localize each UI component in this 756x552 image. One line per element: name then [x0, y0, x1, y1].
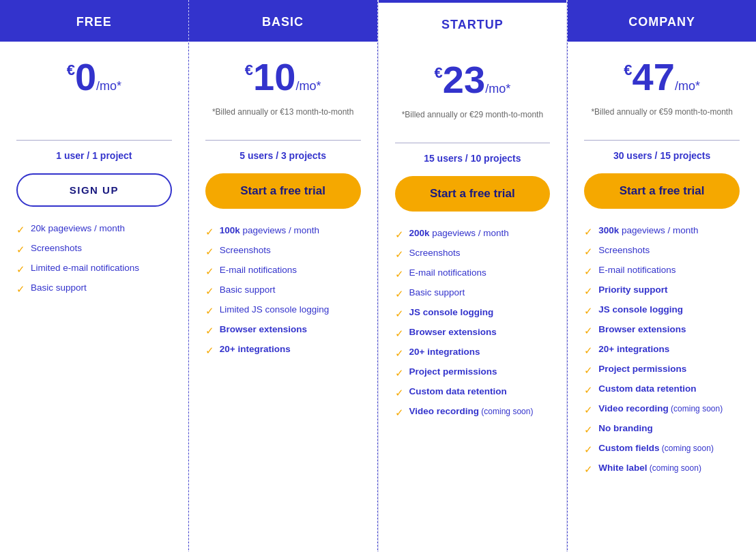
feature-item: ✓Browser extensions — [395, 327, 551, 340]
plan-company: COMPANY €47/mo* *Billed annually or €59 … — [567, 0, 756, 552]
plan-startup: STARTUP €23/mo* *Billed annually or €29 … — [378, 0, 568, 552]
plan-startup-suffix: /mo* — [485, 82, 510, 96]
plan-company-amount: 47 — [633, 55, 675, 98]
feature-item: ✓20+ integrations — [205, 344, 361, 357]
check-icon: ✓ — [395, 328, 404, 340]
feature-item: ✓20+ integrations — [584, 344, 740, 357]
check-icon: ✓ — [395, 367, 404, 379]
plan-startup-note: *Billed annually or €29 month-to-month — [402, 103, 543, 126]
check-icon: ✓ — [395, 347, 404, 360]
feature-text: Basic support — [220, 285, 276, 295]
plan-free-suffix: /mo* — [96, 79, 121, 93]
feature-text: 100k pageviews / month — [220, 225, 319, 235]
check-icon: ✓ — [16, 263, 25, 276]
check-icon: ✓ — [395, 248, 404, 261]
feature-text: E-mail notifications — [220, 265, 297, 275]
pricing-wrapper: FREE €0/mo* 1 user / 1 project SIGN UP ✓… — [0, 0, 756, 552]
feature-item: ✓JS console logging — [584, 304, 740, 317]
plan-basic-features: ✓100k pageviews / month ✓Screenshots ✓E-… — [205, 225, 361, 364]
feature-item: ✓Project permissions — [584, 364, 740, 377]
feature-item: ✓Video recording (coming soon) — [395, 406, 551, 419]
plan-basic-amount: 10 — [253, 55, 295, 98]
plan-free-features: ✓20k pageviews / month ✓Screenshots ✓Lim… — [16, 223, 172, 302]
plan-free-price: €0/mo* — [67, 58, 121, 96]
feature-text: Project permissions — [409, 366, 497, 377]
plan-free-amount: 0 — [75, 55, 96, 98]
plan-basic: BASIC €10/mo* *Billed annually or €13 mo… — [189, 0, 378, 552]
feature-text: E-mail notifications — [598, 265, 675, 275]
plan-startup-body: €23/mo* *Billed annually or €29 month-to… — [379, 44, 567, 552]
plan-basic-cta[interactable]: Start a free trial — [205, 173, 361, 209]
feature-text: Video recording (coming soon) — [409, 406, 534, 416]
check-icon: ✓ — [584, 463, 593, 476]
feature-text: Custom fields (coming soon) — [598, 443, 714, 453]
feature-text: Basic support — [409, 287, 465, 297]
check-icon: ✓ — [584, 364, 593, 377]
feature-text: E-mail notifications — [409, 267, 486, 278]
feature-item: ✓E-mail notifications — [584, 265, 740, 278]
plan-startup-cta[interactable]: Start a free trial — [395, 176, 551, 212]
check-icon: ✓ — [395, 288, 404, 300]
feature-text: No branding — [598, 423, 653, 433]
feature-item: ✓White label (coming soon) — [584, 463, 740, 476]
feature-item: ✓Basic support — [395, 287, 551, 300]
check-icon: ✓ — [584, 246, 593, 258]
feature-text: Video recording (coming soon) — [598, 403, 723, 413]
check-icon: ✓ — [205, 246, 214, 258]
check-icon: ✓ — [584, 404, 593, 416]
feature-text: Project permissions — [598, 364, 686, 374]
plan-startup-divider — [395, 143, 551, 143]
feature-text: JS console logging — [598, 304, 683, 315]
feature-item: ✓Basic support — [205, 285, 361, 297]
feature-item: ✓Browser extensions — [584, 324, 740, 337]
check-icon: ✓ — [16, 244, 25, 256]
plan-company-body: €47/mo* *Billed annually or €59 month-to… — [568, 42, 756, 552]
check-icon: ✓ — [16, 283, 25, 295]
check-icon: ✓ — [584, 305, 593, 317]
check-icon: ✓ — [205, 226, 214, 238]
plan-company-header: COMPANY — [568, 0, 756, 42]
check-icon: ✓ — [584, 226, 593, 238]
feature-text: Basic support — [31, 282, 87, 293]
plan-company-cta[interactable]: Start a free trial — [584, 173, 740, 209]
plan-company-note: *Billed annually or €59 month-to-month — [591, 100, 732, 124]
check-icon: ✓ — [395, 407, 404, 419]
feature-text: Limited JS console logging — [220, 304, 330, 315]
check-icon: ✓ — [205, 325, 214, 337]
feature-item: ✓Limited JS console logging — [205, 304, 361, 317]
feature-item: ✓No branding — [584, 423, 740, 436]
feature-text: Screenshots — [598, 245, 650, 255]
feature-text: 20+ integrations — [409, 347, 480, 357]
plan-free-users: 1 user / 1 project — [56, 150, 132, 161]
feature-item: ✓20+ integrations — [395, 347, 551, 360]
check-icon: ✓ — [584, 325, 593, 337]
feature-item: ✓Custom data retention — [395, 386, 551, 399]
check-icon: ✓ — [205, 285, 214, 297]
plan-startup-amount: 23 — [443, 58, 485, 101]
feature-item: ✓Screenshots — [205, 245, 361, 258]
plan-free-cta[interactable]: SIGN UP — [16, 173, 172, 207]
feature-item: ✓Basic support — [16, 282, 172, 295]
check-icon: ✓ — [584, 345, 593, 357]
plan-company-suffix: /mo* — [675, 79, 700, 93]
plan-free-divider — [16, 140, 172, 141]
feature-text: 20+ integrations — [598, 344, 669, 354]
check-icon: ✓ — [584, 444, 593, 456]
plan-free-body: €0/mo* 1 user / 1 project SIGN UP ✓20k p… — [0, 42, 188, 552]
plan-basic-price: €10/mo* — [245, 58, 321, 96]
feature-item: ✓E-mail notifications — [395, 267, 551, 280]
plan-startup-price: €23/mo* — [435, 61, 511, 99]
plan-startup-features: ✓200k pageviews / month ✓Screenshots ✓E-… — [395, 228, 551, 426]
plan-startup-header: STARTUP — [379, 0, 567, 44]
check-icon: ✓ — [205, 305, 214, 317]
feature-item: ✓Video recording (coming soon) — [584, 403, 740, 416]
feature-item: ✓200k pageviews / month — [395, 228, 551, 241]
feature-item: ✓Custom data retention — [584, 383, 740, 396]
check-icon: ✓ — [584, 285, 593, 297]
plans-container: FREE €0/mo* 1 user / 1 project SIGN UP ✓… — [0, 0, 756, 552]
feature-text: Limited e-mail notifications — [31, 263, 139, 273]
check-icon: ✓ — [205, 345, 214, 357]
feature-item: ✓Limited e-mail notifications — [16, 263, 172, 276]
feature-text: JS console logging — [409, 307, 494, 317]
feature-item: ✓20k pageviews / month — [16, 223, 172, 236]
